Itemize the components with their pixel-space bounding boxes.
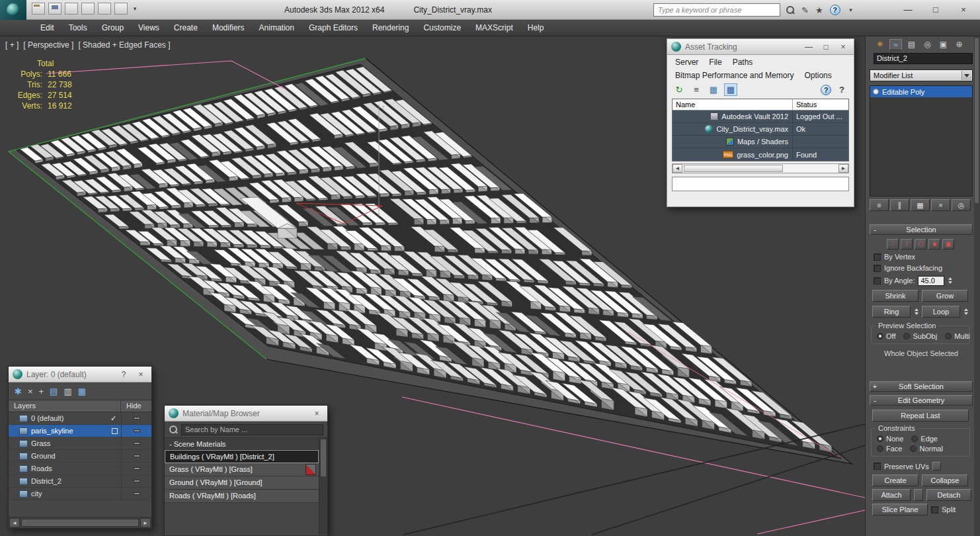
preserve-uvs-settings-button[interactable] (932, 462, 941, 470)
vertical-scrollbar[interactable] (319, 438, 327, 535)
element-subobject-icon[interactable]: ▣ (942, 239, 954, 249)
redo-icon[interactable] (81, 3, 95, 15)
menu-file[interactable]: File (704, 56, 727, 68)
material-item-selected[interactable]: Buildings ( VRayMtl ) [District_2] (165, 450, 319, 463)
edge-subobject-icon[interactable]: / (901, 239, 913, 249)
scroll-left-icon[interactable]: ◄ (673, 164, 682, 173)
configure-modifier-sets-icon[interactable]: ◎ (952, 199, 971, 211)
scroll-right-icon[interactable]: ► (838, 164, 848, 173)
hierarchy-tab-icon[interactable]: ▤ (905, 39, 918, 50)
table-row[interactable]: City_District_vray.max Ok (673, 123, 848, 136)
menu-create[interactable]: Create (167, 20, 205, 36)
help-icon[interactable]: ? (830, 5, 840, 15)
viewport-layout-icon[interactable] (98, 3, 111, 15)
layer-row[interactable]: city (9, 488, 151, 500)
layers-column-header[interactable]: Layers (9, 400, 121, 412)
delete-layer-icon[interactable]: × (28, 386, 33, 396)
preview-off-radio[interactable] (877, 333, 883, 339)
hide-toggle[interactable] (121, 450, 151, 462)
menu-views[interactable]: Views (131, 20, 167, 36)
layer-row-selected[interactable]: paris_skyline (9, 425, 151, 437)
layer-row[interactable]: Roads (9, 463, 151, 475)
menu-options[interactable]: Options (799, 69, 837, 81)
stack-bulb-icon[interactable] (873, 89, 879, 95)
close-icon[interactable]: × (310, 409, 323, 418)
hide-toggle[interactable] (121, 488, 151, 500)
material-item[interactable]: Ground ( VRayMtl ) [Ground] (165, 476, 319, 490)
split-checkbox[interactable] (931, 506, 938, 514)
highlight-layer-icon[interactable]: ▥ (63, 386, 71, 396)
close-icon[interactable]: × (837, 42, 850, 52)
hide-toggle[interactable] (121, 412, 151, 424)
collapse-button[interactable]: Collapse (922, 474, 968, 486)
material-item[interactable]: Roads ( VRayMtl ) [Roads] (165, 490, 319, 503)
help-icon[interactable]: ? (821, 85, 831, 95)
menu-animation[interactable]: Animation (252, 20, 302, 36)
angle-value-field[interactable]: 45.0 (918, 276, 944, 286)
scroll-left-icon[interactable]: ◄ (9, 518, 20, 527)
preview-subobj-radio[interactable] (903, 333, 910, 339)
scroll-right-icon[interactable]: ► (140, 518, 151, 527)
loop-button[interactable]: Loop (922, 306, 960, 318)
help-icon[interactable]: ? (117, 370, 130, 379)
hide-toggle[interactable] (121, 425, 151, 437)
display-tab-icon[interactable]: ▣ (937, 39, 950, 50)
material-browser-titlebar[interactable]: Material/Map Browser × (165, 406, 327, 422)
grow-button[interactable]: Grow (922, 290, 968, 302)
vertex-subobject-icon[interactable]: ∴ (887, 239, 899, 249)
loop-spinner[interactable] (964, 306, 968, 317)
scrollbar-thumb[interactable] (684, 165, 783, 172)
maximize-button[interactable]: □ (819, 42, 833, 52)
menu-tools[interactable]: Tools (61, 20, 95, 36)
by-vertex-checkbox[interactable] (874, 253, 881, 261)
layer-row[interactable]: 0 (default) ✓ (9, 412, 151, 425)
create-button[interactable]: Create (872, 474, 919, 486)
add-to-layer-icon[interactable]: + (39, 386, 44, 396)
material-search-input[interactable]: Search by Name ... (181, 424, 323, 435)
menu-bitmap-performance[interactable]: Bitmap Performance and Memory (670, 69, 799, 81)
thumbnail-view-icon[interactable]: ▦ (707, 83, 720, 96)
undo-icon[interactable] (65, 3, 78, 15)
refresh-icon[interactable]: ↻ (673, 83, 686, 96)
modifier-stack[interactable]: Editable Poly (870, 85, 973, 197)
soft-selection-rollout-header[interactable]: + Soft Selection (870, 381, 973, 392)
favorites-star-icon[interactable]: ★ (815, 5, 823, 15)
menu-graph-editors[interactable]: Graph Editors (302, 20, 365, 36)
slice-plane-button[interactable]: Slice Plane (872, 504, 928, 515)
menu-customize[interactable]: Customize (416, 20, 468, 36)
scene-materials-section-header[interactable]: - Scene Materials (165, 438, 319, 450)
search-icon[interactable] (786, 5, 795, 15)
menu-server[interactable]: Server (670, 56, 704, 68)
pin-stack-icon[interactable]: ≡ (870, 199, 889, 211)
table-row[interactable]: Maps / Shaders (673, 136, 848, 148)
hide-column-header[interactable]: Hide (121, 400, 151, 412)
utilities-tab-icon[interactable]: ⊕ (953, 39, 965, 50)
close-button[interactable]: × (950, 1, 977, 17)
layer-select-box[interactable] (112, 428, 118, 434)
qat-dropdown-icon[interactable]: ▾ (131, 3, 139, 15)
layer-row[interactable]: District_2 (9, 475, 151, 488)
hide-toggle[interactable] (121, 463, 151, 474)
ignore-backfacing-checkbox[interactable] (874, 265, 881, 272)
application-menu-button[interactable] (0, 0, 26, 20)
material-item[interactable]: Grass ( VRayMtl ) [Grass] (165, 463, 319, 476)
select-layer-icon[interactable]: ▤ (50, 386, 58, 396)
layer-row[interactable]: Ground (9, 450, 151, 463)
create-tab-icon[interactable]: ✳ (874, 39, 886, 50)
horizontal-scrollbar[interactable]: ◄ ► (672, 163, 849, 173)
menu-paths[interactable]: Paths (727, 56, 758, 68)
border-subobject-icon[interactable]: ◇ (915, 239, 926, 249)
make-unique-icon[interactable]: ▦ (911, 199, 930, 211)
viewport-menu-shading[interactable]: [ Shaded + Edged Faces ] (78, 40, 170, 50)
table-row[interactable]: PNGgrass_color.png Found (673, 148, 848, 161)
sign-in-icon[interactable]: ✎ (801, 5, 809, 15)
attach-list-button[interactable] (914, 489, 923, 501)
save-file-icon[interactable] (48, 3, 61, 15)
list-view-icon[interactable]: ≡ (690, 83, 703, 96)
constraint-none-radio[interactable] (877, 435, 883, 442)
attach-button[interactable]: Attach (872, 489, 911, 501)
repeat-last-button[interactable]: Repeat Last (872, 410, 969, 422)
show-end-result-icon[interactable]: ∥ (890, 199, 909, 211)
shrink-button[interactable]: Shrink (872, 290, 919, 302)
panel-scrollbar[interactable] (974, 36, 980, 536)
